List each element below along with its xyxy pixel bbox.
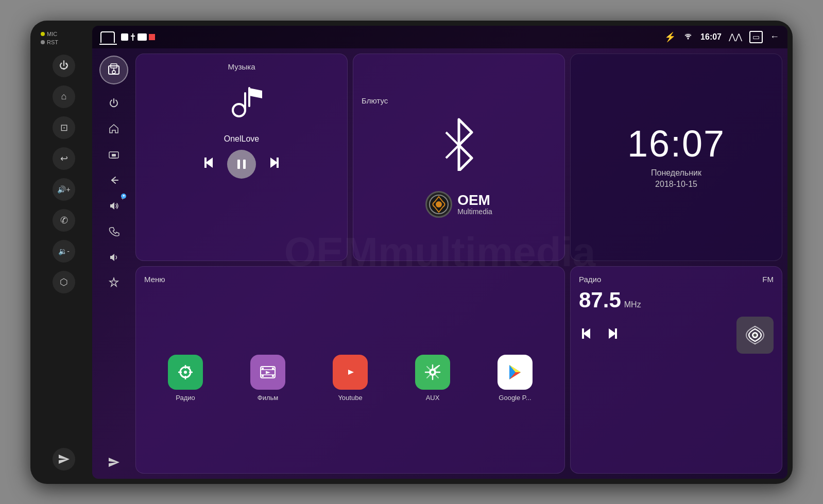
radio-band: FM [762, 275, 774, 284]
nav-back[interactable] [102, 169, 125, 192]
nav-sidebar: + ✦ [97, 54, 130, 474]
film-app-icon [250, 355, 285, 390]
svg-rect-32 [262, 375, 264, 377]
menu-card-title: Меню [144, 275, 556, 284]
status-bar: ⚡ 16:07 ⋀⋀ ▭ ← [92, 26, 787, 48]
music-card[interactable]: Музыка OnelLove [135, 54, 348, 261]
settings-button[interactable]: ⬡ [53, 271, 75, 293]
nav-home[interactable] [102, 117, 125, 140]
bt-card-title: Блютус [362, 96, 388, 105]
youtube-app-label: Youtube [338, 394, 362, 402]
oem-text-area: OEM Multimedia [457, 193, 492, 216]
status-icon-3 [149, 34, 155, 40]
back-button[interactable]: ↩ [53, 147, 75, 170]
volume-up-button[interactable]: 🔊+ [53, 178, 75, 201]
home-button[interactable]: ⌂ [53, 85, 75, 108]
status-left [100, 31, 155, 43]
oem-circle-icon [425, 191, 452, 218]
wifi-icon [683, 32, 693, 42]
nav-vol-up[interactable]: + ✦ [102, 195, 125, 217]
mic-label: MIC [41, 31, 57, 37]
app-aux[interactable]: AUX [415, 355, 450, 402]
svg-marker-13 [270, 158, 278, 168]
menu-card: Меню [135, 266, 565, 474]
radio-card: Радио FM 87.5 MHz [570, 266, 782, 474]
status-icon-1 [121, 33, 128, 41]
oem-sub-text: Multimedia [457, 207, 492, 216]
app-radio[interactable]: Радио [168, 355, 203, 402]
nav-logo[interactable] [99, 56, 128, 84]
app-google-play[interactable]: Google P... [498, 355, 533, 402]
clock-time-display: 16:07 [627, 125, 725, 162]
svg-marker-9 [205, 158, 213, 168]
phone-button[interactable]: ✆ [53, 209, 75, 232]
aux-app-icon [415, 355, 450, 390]
left-physical-panel: MIC RST ⏻ ⌂ ⊡ ↩ 🔊+ ✆ 🔉- ⬡ [36, 26, 92, 479]
nav-vol-down[interactable] [102, 246, 125, 269]
svg-rect-44 [582, 328, 584, 339]
radio-app-icon [168, 355, 203, 390]
svg-marker-45 [609, 328, 616, 339]
cast-button[interactable]: ⊡ [53, 116, 75, 139]
rst-label: RST [41, 39, 58, 45]
menu-apps: Радио [144, 288, 556, 465]
radio-next-button[interactable] [605, 326, 620, 344]
screen: ⚡ 16:07 ⋀⋀ ▭ ← [92, 26, 787, 479]
send-button[interactable] [53, 448, 75, 471]
music-song-name: OnelLove [224, 134, 260, 144]
oem-logo: OEM Multimedia [425, 191, 492, 218]
music-icon [221, 80, 262, 129]
volume-down-button[interactable]: 🔉- [53, 240, 75, 263]
film-app-label: Фильм [258, 394, 278, 402]
nav-settings[interactable] [102, 272, 125, 294]
oem-main-text: OEM [457, 193, 492, 207]
clock-date: 2018-10-15 [655, 180, 697, 189]
svg-rect-12 [243, 160, 246, 169]
app-film[interactable]: Фильм [250, 355, 285, 402]
radio-card-title: Радио [579, 275, 601, 284]
radio-signal-button[interactable] [736, 317, 774, 354]
aux-app-label: AUX [426, 394, 440, 402]
power-button[interactable]: ⏻ [53, 55, 75, 77]
mic-dot [41, 32, 45, 36]
svg-rect-46 [615, 328, 617, 339]
svg-rect-14 [277, 158, 279, 168]
google-play-app-icon [498, 355, 533, 390]
svg-marker-43 [583, 328, 590, 339]
bt-indicator: ✦ [121, 194, 126, 199]
app-youtube[interactable]: Youtube [333, 355, 368, 402]
nav-power[interactable] [102, 92, 125, 114]
radio-bottom [579, 317, 774, 354]
music-prev-button[interactable] [202, 155, 217, 173]
radio-prev-button[interactable] [579, 326, 594, 344]
music-next-button[interactable] [266, 155, 281, 173]
radio-header: Радио FM [579, 275, 774, 284]
svg-point-21 [184, 371, 187, 374]
radio-controls [579, 326, 620, 344]
status-right: ⚡ 16:07 ⋀⋀ ▭ ← [664, 31, 779, 43]
usb-icon [130, 33, 135, 41]
nav-send[interactable] [102, 451, 125, 474]
svg-point-19 [436, 201, 442, 207]
google-play-app-label: Google P... [499, 394, 531, 402]
svg-point-8 [233, 104, 245, 116]
radio-unit: MHz [624, 300, 641, 309]
svg-rect-10 [204, 158, 207, 168]
status-time: 16:07 [700, 32, 722, 42]
bluetooth-icon: ⚡ [664, 31, 676, 43]
main-content: + ✦ [92, 48, 787, 479]
music-card-title: Музыка [228, 62, 255, 71]
svg-rect-30 [262, 368, 264, 370]
clock-day: Понедельник [651, 168, 701, 178]
window-home-icon [100, 31, 115, 43]
nav-cast[interactable] [102, 143, 125, 166]
svg-marker-7 [110, 278, 118, 286]
device: MIC RST ⏻ ⌂ ⊡ ↩ 🔊+ ✆ 🔉- ⬡ [30, 21, 793, 484]
nav-phone[interactable] [102, 220, 125, 243]
svg-rect-6 [112, 154, 116, 157]
radio-freq-value: 87.5 [579, 288, 621, 312]
bluetooth-card[interactable]: Блютус [353, 54, 565, 261]
svg-rect-31 [272, 368, 274, 370]
clock-card: 16:07 Понедельник 2018-10-15 [570, 54, 782, 261]
music-play-pause-button[interactable] [227, 150, 256, 179]
